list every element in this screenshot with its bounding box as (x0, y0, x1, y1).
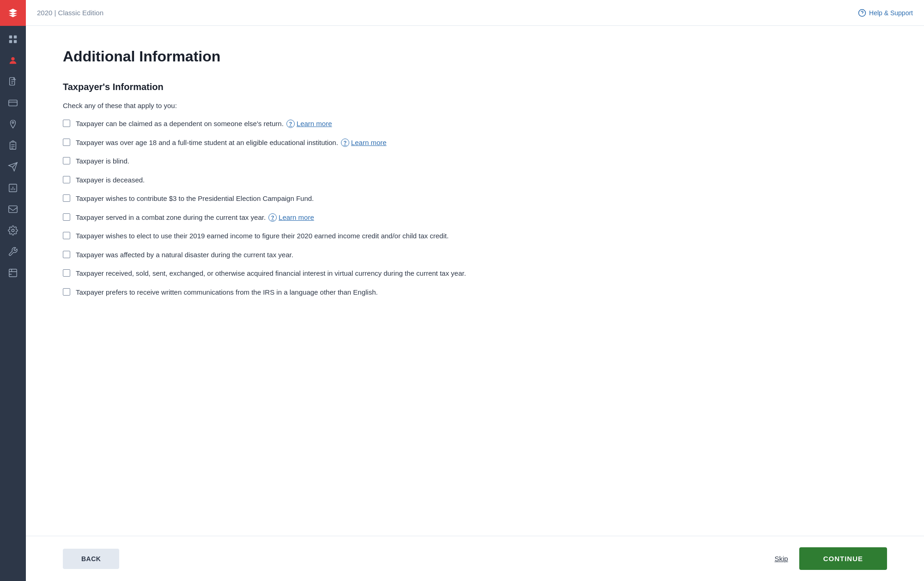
help-support-button[interactable]: Help & Support (858, 9, 913, 17)
checkbox-virtual-currency[interactable] (63, 269, 70, 277)
sidebar-item-send[interactable] (3, 157, 23, 176)
question-icon: ? (268, 213, 277, 222)
content-area: Additional Information Taxpayer's Inform… (26, 26, 924, 536)
question-icon: ? (286, 120, 295, 128)
sidebar-item-location[interactable] (3, 115, 23, 134)
list-item: Taxpayer is blind. (63, 156, 887, 167)
topbar: 2020 | Classic Edition Help & Support (26, 0, 924, 26)
list-item: Taxpayer wishes to contribute $3 to the … (63, 194, 887, 204)
svg-rect-6 (9, 100, 17, 106)
sidebar-item-card[interactable] (3, 93, 23, 113)
checkbox-campaign-fund[interactable] (63, 194, 70, 202)
checkbox-label-earned-income: Taxpayer wishes to elect to use their 20… (76, 231, 449, 242)
sidebar-item-person[interactable] (3, 51, 23, 70)
sidebar-item-tools[interactable] (3, 242, 23, 261)
sidebar (0, 0, 26, 581)
continue-button[interactable]: CONTINUE (799, 547, 887, 570)
checkbox-list: Taxpayer can be claimed as a dependent o… (63, 119, 887, 297)
sidebar-item-reports[interactable] (3, 178, 23, 198)
sidebar-nav (3, 26, 23, 581)
list-item: Taxpayer wishes to elect to use their 20… (63, 231, 887, 242)
learn-more-student[interactable]: ? Learn more (341, 138, 387, 148)
right-buttons: Skip CONTINUE (774, 547, 887, 570)
list-item: Taxpayer is deceased. (63, 175, 887, 186)
checkbox-label-student: Taxpayer was over age 18 and a full-time… (76, 138, 387, 148)
skip-button[interactable]: Skip (774, 555, 788, 563)
checkbox-language[interactable] (63, 288, 70, 296)
svg-point-7 (12, 122, 14, 124)
help-support-label: Help & Support (869, 9, 913, 17)
section-title: Taxpayer's Information (63, 82, 887, 92)
question-icon: ? (341, 139, 349, 147)
checkbox-label-virtual-currency: Taxpayer received, sold, sent, exchanged… (76, 268, 466, 279)
checkbox-label-dependent: Taxpayer can be claimed as a dependent o… (76, 119, 332, 129)
checkbox-label-natural-disaster: Taxpayer was affected by a natural disas… (76, 250, 293, 260)
list-item: Taxpayer received, sold, sent, exchanged… (63, 268, 887, 279)
checkbox-earned-income[interactable] (63, 232, 70, 239)
svg-rect-10 (9, 206, 17, 213)
learn-more-dependent[interactable]: ? Learn more (286, 119, 332, 129)
checkbox-dependent[interactable] (63, 120, 70, 127)
checkbox-label-language: Taxpayer prefers to receive written comm… (76, 287, 378, 298)
app-logo (0, 0, 26, 26)
checkbox-combat-zone[interactable] (63, 213, 70, 221)
checkbox-student[interactable] (63, 139, 70, 146)
back-button[interactable]: BACK (63, 549, 119, 569)
page-title: Additional Information (63, 48, 887, 65)
list-item: Taxpayer was over age 18 and a full-time… (63, 138, 887, 148)
list-item: Taxpayer was affected by a natural disas… (63, 250, 887, 260)
sidebar-item-settings[interactable] (3, 221, 23, 240)
svg-rect-0 (9, 36, 12, 38)
checkbox-label-deceased: Taxpayer is deceased. (76, 175, 145, 186)
sidebar-item-mail[interactable] (3, 200, 23, 219)
main-container: 2020 | Classic Edition Help & Support Ad… (26, 0, 924, 581)
list-item: Taxpayer can be claimed as a dependent o… (63, 119, 887, 129)
list-item: Taxpayer prefers to receive written comm… (63, 287, 887, 298)
checkbox-blind[interactable] (63, 157, 70, 164)
instruction-text: Check any of these that apply to you: (63, 102, 887, 109)
help-icon (858, 9, 866, 17)
svg-rect-1 (14, 36, 17, 38)
checkbox-deceased[interactable] (63, 176, 70, 183)
sidebar-item-clipboard[interactable] (3, 136, 23, 155)
svg-rect-3 (14, 40, 17, 43)
sidebar-item-puzzle[interactable] (3, 263, 23, 283)
learn-more-combat-zone[interactable]: ? Learn more (268, 212, 314, 223)
checkbox-label-blind: Taxpayer is blind. (76, 156, 129, 167)
checkbox-natural-disaster[interactable] (63, 251, 70, 258)
svg-rect-2 (9, 40, 12, 43)
checkbox-label-campaign-fund: Taxpayer wishes to contribute $3 to the … (76, 194, 314, 204)
checkbox-label-combat-zone: Taxpayer served in a combat zone during … (76, 212, 314, 223)
sidebar-item-document[interactable] (3, 72, 23, 91)
sidebar-item-dashboard[interactable] (3, 30, 23, 49)
svg-point-4 (11, 57, 14, 61)
topbar-title: 2020 | Classic Edition (37, 9, 103, 17)
list-item: Taxpayer served in a combat zone during … (63, 212, 887, 223)
footer-bar: BACK Skip CONTINUE (26, 536, 924, 581)
svg-point-11 (12, 229, 14, 232)
